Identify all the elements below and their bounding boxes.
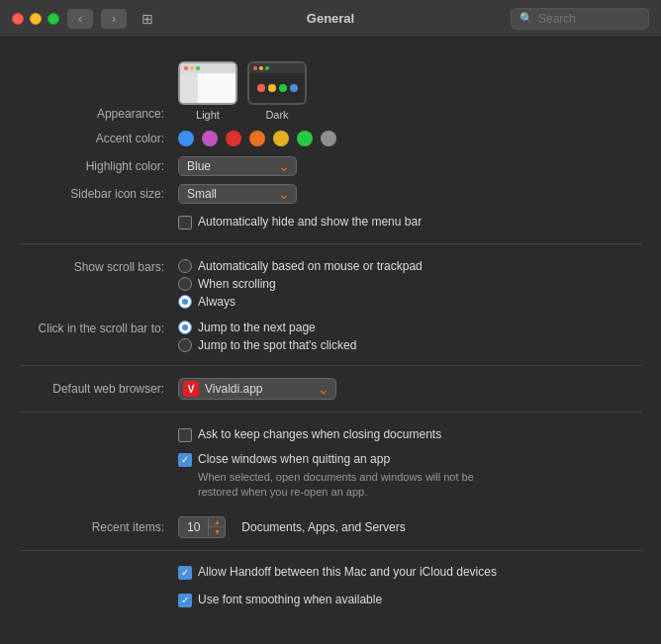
browser-arrow: ⌄ (318, 382, 330, 396)
menu-bar-checkbox-row: Automatically hide and show the menu bar (178, 215, 422, 230)
scroll-bars-options: Automatically based on mouse or trackpad… (178, 258, 423, 310)
font-smoothing-row: Use font smoothing when available (0, 587, 661, 614)
dark-theme-label: Dark (265, 109, 288, 121)
scroll-when-radio (178, 277, 192, 291)
menu-bar-text: Automatically hide and show the menu bar (198, 215, 422, 229)
appearance-label: Appearance: (20, 107, 178, 121)
scroll-always-label: Always (198, 295, 236, 309)
browser-label: Default web browser: (20, 382, 178, 396)
accent-gray[interactable] (321, 131, 336, 146)
ask-keep-row: Ask to keep changes when closing documen… (0, 420, 661, 448)
separator-3 (20, 412, 641, 413)
browser-row: Default web browser: V Vivaldi.app ⌄ (0, 374, 661, 404)
search-icon: 🔍 (519, 12, 533, 25)
handoff-checkbox-row: Allow Handoff between this Mac and your … (178, 565, 497, 580)
accent-red[interactable] (226, 131, 241, 146)
highlight-color-dropdown[interactable]: Blue ⌄ (178, 156, 297, 176)
menu-bar-row: Automatically hide and show the menu bar (0, 208, 661, 235)
close-windows-checkbox[interactable] (178, 453, 192, 467)
back-button[interactable]: ‹ (67, 9, 93, 29)
maximize-button[interactable] (47, 13, 59, 25)
scroll-always-option[interactable]: Always (178, 294, 423, 310)
grid-button[interactable]: ⊞ (135, 9, 160, 29)
scroll-when-scrolling-option[interactable]: When scrolling (178, 276, 423, 292)
accent-color-label: Accent color: (20, 132, 178, 145)
highlight-color-row: Highlight color: Blue ⌄ (0, 152, 661, 180)
scroll-bars-label: Show scroll bars: (20, 258, 178, 274)
handoff-row: Allow Handoff between this Mac and your … (0, 559, 661, 587)
scroll-when-label: When scrolling (198, 277, 276, 291)
vivaldi-icon: V (183, 381, 199, 397)
scroll-auto-radio (178, 259, 192, 273)
sidebar-icon-row: Sidebar icon size: Small ⌄ (0, 180, 661, 208)
light-theme-label: Light (196, 109, 220, 121)
stepper-arrows: ▲ ▼ (209, 517, 225, 537)
jump-spot-label: Jump to the spot that's clicked (198, 338, 356, 352)
accent-yellow[interactable] (273, 131, 289, 146)
font-smoothing-checkbox[interactable] (178, 594, 192, 607)
separator-2 (20, 365, 641, 366)
sidebar-icon-dropdown[interactable]: Small ⌄ (178, 184, 297, 204)
separator-1 (20, 243, 641, 244)
recent-items-row: Recent items: 10 ▲ ▼ Documents, Apps, an… (0, 512, 661, 542)
scroll-always-radio (178, 295, 192, 309)
browser-dropdown[interactable]: V Vivaldi.app ⌄ (178, 378, 336, 400)
search-input[interactable] (538, 12, 640, 26)
font-smoothing-text: Use font smoothing when available (198, 593, 382, 606)
recent-items-suffix: Documents, Apps, and Servers (241, 520, 405, 534)
appearance-options: Light (178, 61, 307, 121)
highlight-color-label: Highlight color: (20, 159, 178, 173)
content-area: Appearance: Light (0, 38, 661, 644)
accent-orange[interactable] (249, 131, 265, 146)
light-theme-thumb (178, 61, 237, 105)
light-theme-option[interactable]: Light (178, 61, 237, 121)
recent-items-value: 10 (179, 518, 209, 536)
close-button[interactable] (12, 13, 24, 25)
menu-bar-checkbox[interactable] (178, 216, 192, 230)
sidebar-icon-label: Sidebar icon size: (20, 187, 178, 201)
sidebar-icon-value: Small (187, 187, 274, 201)
handoff-checkbox[interactable] (178, 566, 192, 580)
search-box[interactable]: 🔍 (511, 8, 649, 30)
ask-keep-checkbox[interactable] (178, 428, 192, 442)
click-scroll-row: Click in the scroll bar to: Jump to the … (0, 314, 661, 357)
titlebar: ‹ › ⊞ General 🔍 (0, 0, 661, 38)
minimize-button[interactable] (30, 13, 42, 25)
ask-keep-text: Ask to keep changes when closing documen… (198, 427, 441, 441)
accent-purple[interactable] (202, 131, 218, 146)
scroll-bars-row: Show scroll bars: Automatically based on… (0, 252, 661, 314)
font-smoothing-checkbox-row: Use font smoothing when available (178, 593, 382, 607)
accent-color-row: Accent color: (0, 125, 661, 152)
traffic-lights (12, 13, 59, 25)
click-scroll-label: Click in the scroll bar to: (20, 320, 178, 335)
dark-theme-option[interactable]: Dark (247, 61, 307, 121)
scroll-auto-option[interactable]: Automatically based on mouse or trackpad (178, 258, 423, 274)
forward-button[interactable]: › (101, 9, 127, 29)
stepper-up[interactable]: ▲ (209, 517, 225, 527)
jump-spot-option[interactable]: Jump to the spot that's clicked (178, 337, 356, 353)
highlight-color-value: Blue (187, 159, 274, 173)
separator-4 (20, 550, 641, 551)
close-windows-content: Close windows when quitting an app When … (178, 452, 515, 501)
close-windows-text: Close windows when quitting an app (198, 452, 390, 466)
accent-blue[interactable] (178, 131, 194, 146)
click-scroll-options: Jump to the next page Jump to the spot t… (178, 320, 356, 353)
close-windows-row: Close windows when quitting an app When … (0, 448, 661, 505)
ask-keep-checkbox-row: Ask to keep changes when closing documen… (178, 427, 441, 442)
jump-page-option[interactable]: Jump to the next page (178, 320, 356, 335)
appearance-row: Appearance: Light (0, 53, 661, 125)
browser-value: Vivaldi.app (205, 382, 312, 396)
sidebar-icon-arrow: ⌄ (278, 187, 290, 201)
scroll-auto-label: Automatically based on mouse or trackpad (198, 259, 423, 273)
dark-theme-thumb (247, 61, 307, 105)
accent-green[interactable] (297, 131, 313, 146)
close-windows-checkbox-row: Close windows when quitting an app (178, 452, 515, 467)
stepper-down[interactable]: ▼ (209, 527, 225, 537)
recent-items-label: Recent items: (20, 520, 178, 534)
close-windows-helper: When selected, open documents and window… (178, 470, 515, 501)
jump-spot-radio (178, 338, 192, 352)
jump-page-radio (178, 321, 192, 334)
jump-page-label: Jump to the next page (198, 321, 316, 334)
accent-colors (178, 131, 336, 146)
recent-items-stepper[interactable]: 10 ▲ ▼ (178, 516, 226, 538)
